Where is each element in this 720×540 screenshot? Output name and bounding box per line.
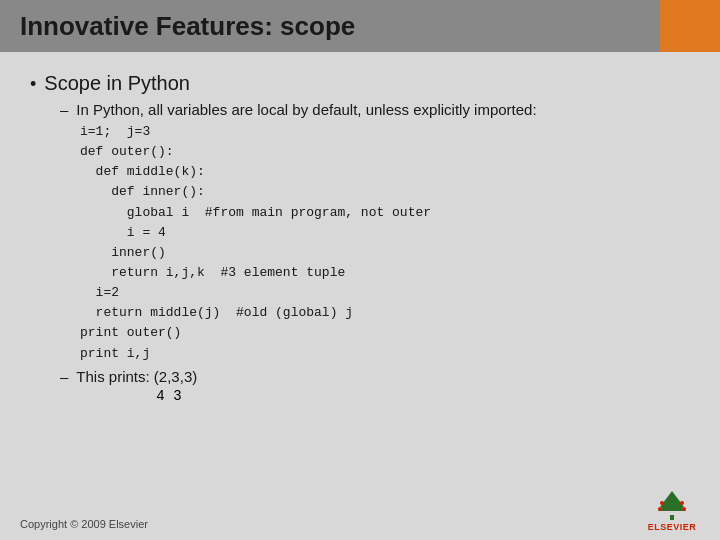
copyright-text: Copyright © 2009 Elsevier xyxy=(20,518,148,530)
svg-point-5 xyxy=(658,507,662,511)
elsevier-label: ELSEVIER xyxy=(648,522,697,532)
code-line-7: inner() xyxy=(80,243,690,263)
sub-bullet-2: – This prints: (2,3,3) 4 3 xyxy=(60,368,690,404)
prints-label: This prints: (2,3,3) xyxy=(76,368,197,385)
sub-bullet-1: – In Python, all variables are local by … xyxy=(60,101,690,118)
sub-bullet-1-text: In Python, all variables are local by de… xyxy=(76,101,536,118)
svg-point-4 xyxy=(680,501,684,505)
dash-1: – xyxy=(60,101,68,118)
slide: Innovative Features: scope • Scope in Py… xyxy=(0,0,720,540)
code-line-12: print i,j xyxy=(80,344,690,364)
code-block: i=1; j=3 def outer(): def middle(k): def… xyxy=(80,122,690,364)
code-line-2: def outer(): xyxy=(80,142,690,162)
dash-2: – xyxy=(60,368,68,385)
code-line-8: return i,j,k #3 element tuple xyxy=(80,263,690,283)
elsevier-logo: ELSEVIER xyxy=(642,487,702,532)
code-line-3: def middle(k): xyxy=(80,162,690,182)
sub-bullet-2-content: This prints: (2,3,3) 4 3 xyxy=(76,368,197,404)
bullet-1-label: Scope in Python xyxy=(44,72,190,95)
title-bar: Innovative Features: scope xyxy=(0,0,720,52)
code-line-1: i=1; j=3 xyxy=(80,122,690,142)
main-bullet-1: • Scope in Python xyxy=(30,72,690,95)
copyright-footer: Copyright © 2009 Elsevier xyxy=(20,518,148,530)
code-line-11: print outer() xyxy=(80,323,690,343)
code-line-4: def inner(): xyxy=(80,182,690,202)
prints-value: 4 3 xyxy=(156,388,181,404)
svg-rect-0 xyxy=(670,515,674,520)
code-line-9: i=2 xyxy=(80,283,690,303)
svg-point-6 xyxy=(682,507,686,511)
code-line-6: i = 4 xyxy=(80,223,690,243)
elsevier-tree-icon xyxy=(650,489,694,521)
orange-accent-decoration xyxy=(660,0,720,52)
code-line-10: return middle(j) #old (global) j xyxy=(80,303,690,323)
slide-title: Innovative Features: scope xyxy=(20,11,355,42)
svg-point-3 xyxy=(660,501,664,505)
code-line-5: global i #from main program, not outer xyxy=(80,203,690,223)
bullet-dot-1: • xyxy=(30,74,36,95)
content-area: • Scope in Python – In Python, all varia… xyxy=(0,52,720,540)
